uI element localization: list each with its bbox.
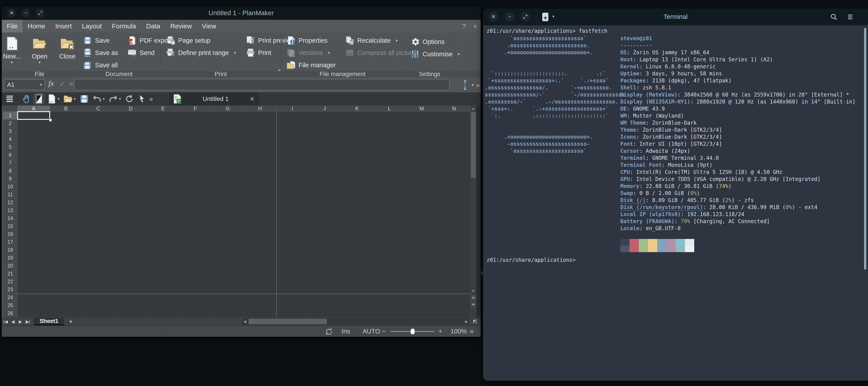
grid-cell[interactable] (276, 151, 309, 159)
grid-cell[interactable] (179, 183, 212, 191)
column-header-h[interactable]: H (244, 105, 276, 112)
grid-cell[interactable] (179, 215, 212, 222)
row-header-21[interactable]: 21 (3, 270, 18, 278)
row-header-9[interactable]: 9 (3, 175, 18, 183)
grid-cell[interactable] (18, 120, 50, 128)
row-header-22[interactable]: 22 (3, 278, 18, 286)
grid-cell[interactable] (373, 222, 406, 230)
split-view-button[interactable] (471, 295, 476, 301)
grid-cell[interactable] (309, 183, 341, 191)
row-header-2[interactable]: 2 (3, 120, 18, 128)
grid-cell[interactable] (82, 246, 115, 254)
grid-cell[interactable] (18, 270, 50, 278)
grid-cell[interactable] (309, 191, 341, 199)
column-header-j[interactable]: J (309, 105, 341, 112)
grid-cell[interactable] (82, 128, 115, 135)
grid-cell[interactable] (341, 112, 373, 120)
grid-cell[interactable] (276, 278, 309, 286)
grid-cell[interactable] (50, 191, 82, 199)
column-header-e[interactable]: E (147, 105, 179, 112)
grid-cell[interactable] (438, 159, 470, 167)
open-icon[interactable] (63, 94, 73, 104)
grid-cell[interactable] (341, 135, 373, 143)
grid-cell[interactable] (18, 128, 50, 135)
grid-cell[interactable] (244, 222, 276, 230)
formula-input[interactable] (74, 79, 450, 90)
grid-cell[interactable] (406, 215, 438, 222)
grid-cell[interactable] (373, 206, 406, 215)
grid-cell[interactable] (438, 199, 470, 206)
grid-cell[interactable] (406, 270, 438, 278)
grid-cell[interactable] (82, 143, 115, 151)
grid-cell[interactable] (276, 238, 309, 246)
grid-cell[interactable] (18, 135, 50, 143)
grid-cell[interactable] (115, 206, 147, 215)
grid-cell[interactable] (82, 270, 115, 278)
grid-cell[interactable] (341, 238, 373, 246)
grid-cell[interactable] (244, 278, 276, 286)
grid-cell[interactable] (276, 167, 309, 175)
grid-cell[interactable] (82, 206, 115, 215)
grid-cell[interactable] (341, 151, 373, 159)
define-print-range-button[interactable]: Define print range▼ (166, 49, 237, 57)
help-icon[interactable]: ? (462, 23, 466, 30)
grid-cell[interactable] (212, 135, 244, 143)
grid-cell[interactable] (212, 254, 244, 262)
row-header-3[interactable]: 3 (3, 128, 18, 135)
customise-button[interactable]: Customise▼ (411, 50, 455, 59)
grid-cell[interactable] (373, 143, 406, 151)
grid-cell[interactable] (244, 175, 276, 183)
grid-cell[interactable] (179, 310, 212, 317)
grid-cell[interactable] (147, 206, 179, 215)
grid-cell[interactable] (50, 222, 82, 230)
grid-cell[interactable] (406, 112, 438, 120)
grid-cell[interactable] (50, 167, 82, 175)
grid-cell[interactable] (341, 222, 373, 230)
grid-cell[interactable] (212, 230, 244, 238)
grid-cell[interactable] (50, 270, 82, 278)
grid-cell[interactable] (373, 183, 406, 191)
confirm-entry-icon[interactable]: ✓ (59, 80, 65, 88)
grid-cell[interactable] (18, 310, 50, 317)
grid-cell[interactable] (212, 199, 244, 206)
grid-cell[interactable] (82, 191, 115, 199)
grid-cell[interactable] (406, 262, 438, 270)
grid-cell[interactable] (309, 167, 341, 175)
grid-cell[interactable] (82, 199, 115, 206)
chevron-down-icon[interactable]: ▼ (457, 52, 460, 56)
grid-cell[interactable] (179, 278, 212, 286)
grid-cell[interactable] (18, 159, 50, 167)
grid-cell[interactable] (179, 301, 212, 310)
grid-cell[interactable] (244, 159, 276, 167)
grid-cell[interactable] (50, 301, 82, 310)
row-header-8[interactable]: 8 (3, 167, 18, 175)
grid-cell[interactable] (406, 128, 438, 135)
grid-cell[interactable] (82, 262, 115, 270)
column-header-b[interactable]: B (50, 105, 82, 112)
grid-cell[interactable] (82, 301, 115, 310)
grid-cell[interactable] (276, 254, 309, 262)
grid-cell[interactable] (147, 175, 179, 183)
grid-cell[interactable] (115, 120, 147, 128)
grid-cell[interactable] (115, 238, 147, 246)
grid-cell[interactable] (212, 246, 244, 254)
grid-cell[interactable] (18, 278, 50, 286)
grid-cell[interactable] (244, 183, 276, 191)
grid-cell[interactable] (179, 112, 212, 120)
grid-cell[interactable] (276, 215, 309, 222)
grid-cell[interactable] (341, 183, 373, 191)
select-all-corner[interactable] (3, 105, 18, 112)
grid-cell[interactable] (438, 215, 470, 222)
grid-cell[interactable] (115, 246, 147, 254)
sidebar-toggle-icon[interactable] (34, 94, 44, 104)
grid-cell[interactable] (50, 294, 82, 301)
grid-cell[interactable] (373, 230, 406, 238)
close-icon[interactable]: ✕ (250, 96, 254, 102)
menu-tab-view[interactable]: View (197, 20, 221, 33)
grid-cell[interactable] (179, 294, 212, 301)
grid-cell[interactable] (341, 310, 373, 317)
grid-cell[interactable] (147, 301, 179, 310)
grid-cell[interactable] (244, 112, 276, 120)
overflow-icon[interactable]: » (149, 95, 153, 103)
grid-cell[interactable] (276, 286, 309, 294)
